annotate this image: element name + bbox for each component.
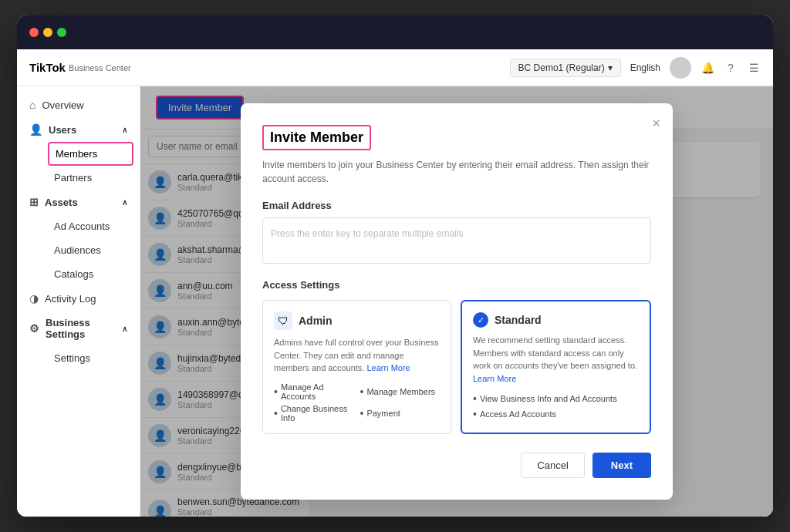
admin-learn-more-link[interactable]: Learn More	[366, 363, 410, 372]
top-navigation: TikTok Business Center BC Demo1 (Regular…	[17, 49, 773, 86]
sidebar-item-overview[interactable]: ⌂ Overview	[17, 93, 140, 117]
sidebar-item-members[interactable]: Members	[48, 142, 133, 166]
sidebar-item-settings[interactable]: Settings	[42, 346, 140, 370]
standard-learn-more-link[interactable]: Learn More	[473, 374, 516, 383]
next-button[interactable]: Next	[592, 453, 651, 478]
sidebar-item-audiences[interactable]: Audiences	[42, 238, 140, 262]
modal-close-button[interactable]: ×	[652, 116, 660, 132]
cancel-button[interactable]: Cancel	[521, 453, 584, 478]
content-area: Invite Member 👤 carla.quera@tiktok.com S…	[140, 86, 773, 517]
standard-feature-2: Access Ad Accounts	[473, 408, 639, 420]
bc-selector[interactable]: BC Demo1 (Regular) ▾	[510, 59, 621, 77]
users-submenu: Members Partners	[17, 142, 140, 190]
business-settings-submenu: Settings	[17, 346, 140, 370]
sidebar-label-catalogs: Catalogs	[54, 268, 93, 280]
sidebar: ⌂ Overview 👤 Users ∧ Members Partners	[17, 86, 140, 517]
close-dot[interactable]	[29, 28, 39, 37]
sidebar-label-partners: Partners	[54, 172, 92, 184]
app-logo: TikTok Business Center	[29, 61, 131, 74]
main-area: ⌂ Overview 👤 Users ∧ Members Partners	[17, 86, 773, 517]
admin-card-title: Admin	[299, 315, 333, 327]
standard-access-card[interactable]: ✓ Standard We recommend setting standard…	[461, 300, 651, 434]
maximize-dot[interactable]	[57, 28, 66, 37]
modal-title: Invite Member	[262, 125, 371, 150]
settings-cog-icon: ⚙	[29, 322, 39, 335]
assets-chevron-icon: ∧	[122, 198, 127, 207]
admin-card-header: 🛡 Admin	[274, 311, 440, 330]
email-address-label: Email Address	[262, 200, 651, 211]
language-selector[interactable]: English	[630, 62, 660, 73]
modal-overlay[interactable]: × Invite Member Invite members to join y…	[140, 86, 773, 517]
sidebar-label-overview: Overview	[42, 99, 83, 111]
sidebar-label-settings: Settings	[54, 352, 90, 364]
sidebar-label-members: Members	[56, 148, 97, 160]
sidebar-label-users: Users	[49, 124, 76, 136]
admin-features-grid: Manage Ad Accounts Manage Members Change…	[274, 382, 440, 423]
sidebar-section-users[interactable]: 👤 Users ∧	[17, 117, 140, 142]
access-cards: 🛡 Admin Admins have full control over yo…	[262, 300, 651, 434]
invite-member-modal: × Invite Member Invite members to join y…	[241, 103, 673, 500]
sidebar-item-partners[interactable]: Partners	[42, 166, 140, 190]
email-input-placeholder: Press the enter key to separate multiple…	[271, 228, 463, 239]
logo-subtitle: Business Center	[69, 63, 131, 72]
menu-icon[interactable]: ☰	[747, 61, 761, 75]
window-controls	[29, 28, 66, 37]
modal-footer: Cancel Next	[262, 453, 651, 478]
admin-feature-2: Manage Members	[360, 382, 441, 401]
admin-card-description: Admins have full control over your Busin…	[274, 336, 440, 375]
users-icon: 👤	[29, 123, 42, 136]
topnav-right: BC Demo1 (Regular) ▾ English 🔔 ? ☰	[510, 57, 761, 79]
sidebar-label-audiences: Audiences	[54, 244, 101, 256]
activity-icon: ◑	[29, 292, 39, 305]
help-icon[interactable]: ?	[724, 61, 738, 75]
sidebar-section-business-settings[interactable]: ⚙ Business Settings ∧	[17, 311, 140, 346]
sidebar-item-ad-accounts[interactable]: Ad Accounts	[42, 214, 140, 238]
standard-feature-1: View Business Info and Ad Accounts	[473, 392, 639, 405]
sidebar-label-business-settings: Business Settings	[46, 317, 116, 340]
admin-feature-1: Manage Ad Accounts	[274, 382, 354, 401]
sidebar-section-assets[interactable]: ⊞ Assets ∧	[17, 190, 140, 214]
bc-badge-label: BC Demo1 (Regular)	[518, 62, 605, 73]
sidebar-item-catalogs[interactable]: Catalogs	[42, 262, 140, 286]
admin-access-card[interactable]: 🛡 Admin Admins have full control over yo…	[262, 300, 451, 434]
chevron-down-icon: ▾	[608, 62, 613, 73]
sidebar-label-activity-log: Activity Log	[45, 293, 96, 305]
users-chevron-icon: ∧	[122, 126, 127, 134]
standard-card-header: ✓ Standard	[473, 312, 639, 328]
email-input-area[interactable]: Press the enter key to separate multiple…	[262, 217, 651, 264]
access-settings-label: Access Settings	[262, 279, 651, 291]
title-bar	[17, 15, 773, 49]
business-settings-chevron-icon: ∧	[122, 325, 127, 333]
app-window: TikTok Business Center BC Demo1 (Regular…	[17, 15, 773, 517]
sidebar-label-ad-accounts: Ad Accounts	[54, 221, 110, 232]
notification-icon[interactable]: 🔔	[701, 61, 714, 75]
assets-icon: ⊞	[29, 196, 39, 208]
standard-check-icon: ✓	[473, 312, 488, 328]
assets-submenu: Ad Accounts Audiences Catalogs	[17, 214, 140, 286]
modal-description: Invite members to join your Business Cen…	[262, 158, 651, 186]
avatar[interactable]	[670, 57, 691, 79]
sidebar-label-assets: Assets	[45, 197, 78, 208]
standard-features-list: View Business Info and Ad Accounts Acces…	[473, 392, 639, 420]
admin-icon: 🛡	[274, 311, 292, 330]
admin-feature-4: Payment	[360, 404, 441, 423]
app-container: TikTok Business Center BC Demo1 (Regular…	[17, 49, 773, 517]
sidebar-item-activity-log[interactable]: ◑ Activity Log	[17, 286, 140, 311]
standard-card-title: Standard	[495, 314, 542, 326]
admin-feature-3: Change Business Info	[274, 404, 354, 423]
standard-card-description: We recommend setting standard access. Me…	[473, 334, 639, 385]
logo-tiktok: TikTok	[29, 61, 66, 74]
minimize-dot[interactable]	[43, 28, 52, 37]
home-icon: ⌂	[29, 99, 35, 111]
